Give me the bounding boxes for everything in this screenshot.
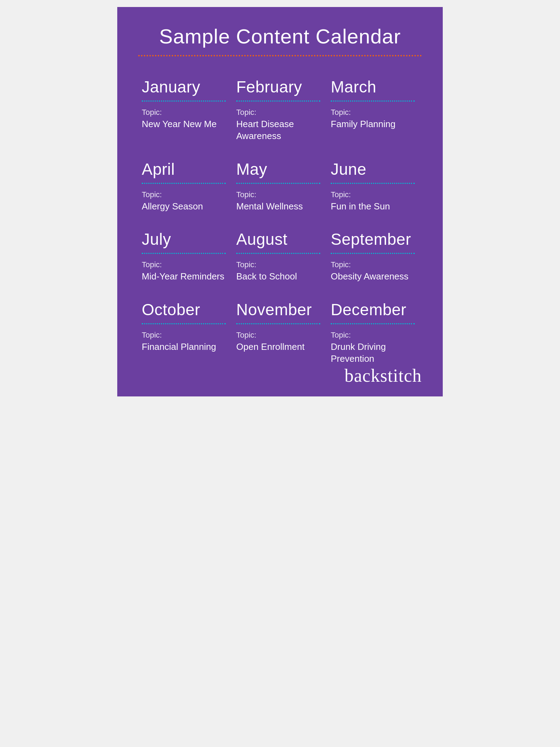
teal-divider — [142, 323, 226, 324]
months-grid: JanuaryTopic:New Year New MeFebruaryTopi… — [138, 70, 422, 375]
topic-value: Allergy Season — [142, 201, 226, 213]
month-section-september: SeptemberTopic:Obesity Awareness — [327, 223, 422, 293]
topic-value: Fun in the Sun — [331, 201, 415, 213]
topic-value: Back to School — [236, 271, 320, 283]
month-name: September — [331, 230, 415, 249]
teal-divider — [142, 183, 226, 184]
month-section-august: AugustTopic:Back to School — [233, 223, 327, 293]
month-section-december: DecemberTopic:Drunk Driving Prevention — [327, 293, 422, 375]
topic-label: Topic: — [331, 190, 415, 199]
teal-divider — [142, 253, 226, 254]
month-section-october: OctoberTopic:Financial Planning — [138, 293, 233, 375]
topic-label: Topic: — [236, 260, 320, 269]
teal-divider — [331, 183, 415, 184]
topic-label: Topic: — [236, 108, 320, 117]
month-section-february: FebruaryTopic:Heart Disease Awareness — [233, 70, 327, 153]
month-name: May — [236, 160, 320, 179]
topic-value: Open Enrollment — [236, 341, 320, 353]
month-name: November — [236, 300, 320, 319]
month-name: August — [236, 230, 320, 249]
topic-label: Topic: — [236, 331, 320, 340]
topic-value: Financial Planning — [142, 341, 226, 353]
topic-label: Topic: — [236, 190, 320, 199]
month-name: December — [331, 300, 415, 319]
month-section-march: MarchTopic:Family Planning — [327, 70, 422, 153]
month-section-july: JulyTopic:Mid-Year Reminders — [138, 223, 233, 293]
teal-divider — [236, 101, 320, 102]
topic-label: Topic: — [331, 331, 415, 340]
teal-divider — [236, 253, 320, 254]
teal-divider — [236, 183, 320, 184]
topic-label: Topic: — [142, 331, 226, 340]
month-name: October — [142, 300, 226, 319]
orange-divider — [138, 55, 422, 56]
topic-label: Topic: — [142, 260, 226, 269]
topic-value: Obesity Awareness — [331, 271, 415, 283]
topic-value: Heart Disease Awareness — [236, 118, 320, 142]
topic-value: New Year New Me — [142, 118, 226, 130]
topic-value: Family Planning — [331, 118, 415, 130]
month-section-june: JuneTopic:Fun in the Sun — [327, 153, 422, 223]
brand-logo: backstitch — [344, 365, 422, 386]
topic-label: Topic: — [331, 108, 415, 117]
teal-divider — [331, 323, 415, 324]
teal-divider — [142, 101, 226, 102]
month-section-april: AprilTopic:Allergy Season — [138, 153, 233, 223]
month-section-may: MayTopic:Mental Wellness — [233, 153, 327, 223]
month-name: February — [236, 77, 320, 96]
teal-divider — [236, 323, 320, 324]
teal-divider — [331, 253, 415, 254]
month-section-november: NovemberTopic:Open Enrollment — [233, 293, 327, 375]
topic-label: Topic: — [331, 260, 415, 269]
month-name: June — [331, 160, 415, 179]
month-name: January — [142, 77, 226, 96]
topic-label: Topic: — [142, 108, 226, 117]
topic-value: Mental Wellness — [236, 201, 320, 213]
page-title: Sample Content Calendar — [138, 25, 422, 48]
teal-divider — [331, 101, 415, 102]
month-name: July — [142, 230, 226, 249]
calendar-container: Sample Content Calendar JanuaryTopic:New… — [117, 7, 443, 396]
topic-label: Topic: — [142, 190, 226, 199]
month-name: March — [331, 77, 415, 96]
topic-value: Mid-Year Reminders — [142, 271, 226, 283]
month-section-january: JanuaryTopic:New Year New Me — [138, 70, 233, 153]
topic-value: Drunk Driving Prevention — [331, 341, 415, 365]
month-name: April — [142, 160, 226, 179]
